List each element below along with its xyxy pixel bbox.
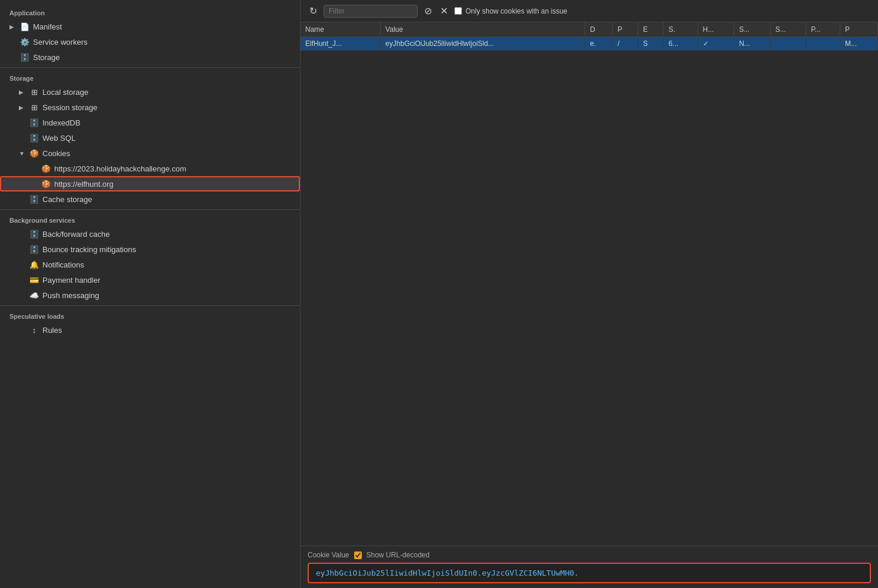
application-section-header: Application <box>0 5 300 19</box>
col-d: D <box>585 22 613 37</box>
web-sql-item[interactable]: 🗄️ Web SQL <box>0 130 300 146</box>
web-sql-icon: 🗄️ <box>29 133 39 143</box>
cookie-value-label: Cookie Value <box>308 551 349 559</box>
col-s3: S... <box>770 22 806 37</box>
cookies-arrow <box>19 150 26 157</box>
cookies-url1-label: https://2023.holidayhackchallenge.com <box>54 164 186 173</box>
show-url-decoded-label: Show URL-decoded <box>367 551 430 559</box>
storage-section-header: Storage <box>0 70 300 84</box>
indexed-db-item[interactable]: 🗄️ IndexedDB <box>0 115 300 130</box>
service-workers-icon: ⚙️ <box>20 37 29 47</box>
storage-top-label: Storage <box>33 53 60 62</box>
cookies-icon: 🍪 <box>29 148 39 158</box>
storage-top-icon: 🗄️ <box>20 52 29 62</box>
session-storage-icon: ⊞ <box>29 103 39 112</box>
indexed-db-label: IndexedDB <box>42 118 80 127</box>
cache-storage-item[interactable]: 🗄️ Cache storage <box>0 191 300 207</box>
cell-e: S <box>638 37 664 51</box>
bounce-tracking-label: Bounce tracking mitigations <box>42 245 136 254</box>
cookies-url2-label: https://elfhunt.org <box>54 180 113 189</box>
cell-s: 6... <box>664 37 698 51</box>
col-value: Value <box>381 22 585 37</box>
col-p3: P <box>840 22 878 37</box>
cell-p2 <box>806 37 840 51</box>
table-header: Name Value D P E S. H... S... S... P... … <box>301 22 878 37</box>
filter-input[interactable] <box>324 5 418 18</box>
sidebar: Application 📄 Manifest ⚙️ Service worker… <box>0 0 301 588</box>
manifest-label: Manifest <box>33 22 62 31</box>
cell-s3 <box>770 37 806 51</box>
cookies-label: Cookies <box>42 149 70 158</box>
rules-item[interactable]: ↕️ Rules <box>0 322 300 338</box>
service-workers-label: Service workers <box>33 38 87 47</box>
payment-handler-icon: 💳 <box>29 275 39 285</box>
bottom-panel-header: Cookie Value Show URL-decoded <box>308 551 871 559</box>
cookies-url1-icon: 🍪 <box>41 164 51 173</box>
local-storage-item[interactable]: ⊞ Local storage <box>0 84 300 100</box>
back-forward-label: Back/forward cache <box>42 230 110 239</box>
push-messaging-icon: ☁️ <box>29 290 39 300</box>
background-section-header: Background services <box>0 212 300 226</box>
payment-handler-item[interactable]: 💳 Payment handler <box>0 272 300 288</box>
rules-label: Rules <box>42 326 62 335</box>
bounce-tracking-item[interactable]: 🗄️ Bounce tracking mitigations <box>0 242 300 257</box>
payment-handler-label: Payment handler <box>42 276 100 285</box>
manifest-arrow <box>9 24 16 30</box>
notifications-item[interactable]: 🔔 Notifications <box>0 257 300 272</box>
close-button[interactable]: ✕ <box>438 4 450 18</box>
cell-p: / <box>613 37 638 51</box>
col-e: E <box>638 22 664 37</box>
local-storage-arrow <box>19 89 26 95</box>
cache-storage-label: Cache storage <box>42 195 93 204</box>
main-panel: ↻ ⊘ ✕ Only show cookies with an issue Na… <box>301 0 878 588</box>
session-storage-arrow <box>19 104 26 111</box>
col-p: P <box>613 22 638 37</box>
bounce-tracking-icon: 🗄️ <box>29 245 39 254</box>
col-s: S. <box>664 22 698 37</box>
cell-value: eyJhbGciOiJub25lIiwidHlwIjoiSld... <box>381 37 585 51</box>
cookies-item[interactable]: 🍪 Cookies <box>0 146 300 161</box>
back-forward-item[interactable]: 🗄️ Back/forward cache <box>0 226 300 242</box>
cookie-value-box[interactable]: eyJhbGciOiJub25lIiwidHlwIjoiSldUIn0.eyJz… <box>308 563 871 583</box>
col-p2: P... <box>806 22 840 37</box>
session-storage-item[interactable]: ⊞ Session storage <box>0 100 300 115</box>
refresh-button[interactable]: ↻ <box>308 4 319 18</box>
clear-filter-button[interactable]: ⊘ <box>423 4 434 18</box>
storage-top-item[interactable]: 🗄️ Storage <box>0 49 300 65</box>
web-sql-label: Web SQL <box>42 134 75 143</box>
rules-icon: ↕️ <box>29 325 39 335</box>
cookies-url1-item[interactable]: 🍪 https://2023.holidayhackchallenge.com <box>0 161 300 176</box>
only-show-label[interactable]: Only show cookies with an issue <box>454 7 567 15</box>
indexed-db-icon: 🗄️ <box>29 118 39 127</box>
speculative-section-header: Speculative loads <box>0 308 300 322</box>
cache-storage-icon: 🗄️ <box>29 194 39 204</box>
col-s2: S... <box>734 22 771 37</box>
col-name: Name <box>301 22 381 37</box>
only-show-checkbox[interactable] <box>454 7 462 15</box>
cookies-table: Name Value D P E S. H... S... S... P... … <box>301 22 878 51</box>
local-storage-icon: ⊞ <box>29 87 39 97</box>
cell-name: ElfHunt_J... <box>301 37 381 51</box>
session-storage-label: Session storage <box>42 103 97 112</box>
col-h: H... <box>698 22 734 37</box>
cell-s2: N... <box>734 37 771 51</box>
push-messaging-item[interactable]: ☁️ Push messaging <box>0 288 300 303</box>
cookies-url2-icon: 🍪 <box>41 179 51 189</box>
manifest-icon: 📄 <box>20 22 29 31</box>
bottom-panel: Cookie Value Show URL-decoded eyJhbGciOi… <box>301 546 878 588</box>
cell-h: ✓ <box>698 37 734 51</box>
table-row[interactable]: ElfHunt_J... eyJhbGciOiJub25lIiwidHlwIjo… <box>301 37 878 51</box>
push-messaging-label: Push messaging <box>42 291 99 300</box>
show-url-decoded-checkbox[interactable] <box>354 551 362 559</box>
notifications-icon: 🔔 <box>29 260 39 269</box>
table-body: ElfHunt_J... eyJhbGciOiJub25lIiwidHlwIjo… <box>301 37 878 51</box>
only-show-text: Only show cookies with an issue <box>466 7 567 15</box>
cell-p3: M... <box>840 37 878 51</box>
service-workers-item[interactable]: ⚙️ Service workers <box>0 34 300 49</box>
notifications-label: Notifications <box>42 260 84 269</box>
table-container: Name Value D P E S. H... S... S... P... … <box>301 22 878 546</box>
toolbar: ↻ ⊘ ✕ Only show cookies with an issue <box>301 0 878 22</box>
manifest-item[interactable]: 📄 Manifest <box>0 19 300 34</box>
back-forward-icon: 🗄️ <box>29 229 39 239</box>
cookies-url2-item[interactable]: 🍪 https://elfhunt.org <box>0 176 300 191</box>
